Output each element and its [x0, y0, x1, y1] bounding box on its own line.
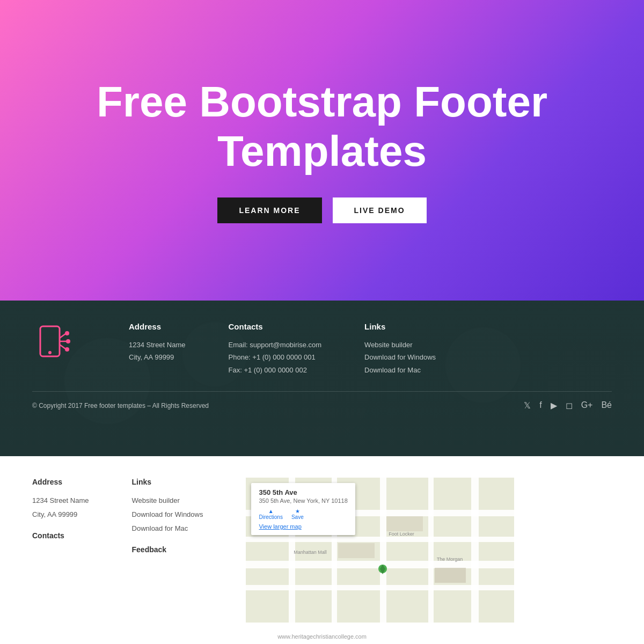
svg-line-2	[60, 334, 65, 338]
svg-rect-20	[386, 516, 423, 531]
save-button[interactable]: ★ Save	[291, 508, 304, 520]
footer-social: 𝕏 f ▶ ◻ G+ Bé	[524, 400, 612, 411]
footer-light-address-col: Address 1234 Street Name City, AA 99999 …	[32, 478, 89, 623]
map-actions: ▲ Directions ★ Save	[259, 508, 347, 520]
footer-copyright: © Copyright 2017 Free footer templates –…	[32, 402, 209, 409]
svg-text:Foot Locker: Foot Locker	[389, 531, 415, 537]
svg-text:The Morgan: The Morgan	[437, 557, 463, 562]
map-addr-title: 350 5th Ave	[259, 488, 347, 496]
hero-section: Free Bootstrap Footer Templates LEARN MO…	[0, 0, 644, 301]
footer-light-contacts-heading: Contacts	[32, 531, 89, 540]
footer-dark-link1[interactable]: Website builder	[364, 339, 436, 351]
footer-dark-links-heading: Links	[364, 322, 436, 331]
google-plus-icon[interactable]: G+	[581, 400, 593, 411]
svg-point-7	[65, 347, 69, 352]
footer-light-address-line1: 1234 Street Name	[32, 494, 89, 508]
directions-label: Directions	[259, 514, 282, 520]
directions-button[interactable]: ▲ Directions	[259, 508, 282, 520]
twitter-icon[interactable]: 𝕏	[524, 400, 531, 411]
footer-dark-phone: Phone: +1 (0) 000 0000 001	[229, 351, 322, 363]
footer-dark-bottom: © Copyright 2017 Free footer templates –…	[32, 391, 612, 411]
footer-dark-fax: Fax: +1 (0) 000 0000 002	[229, 364, 322, 376]
view-larger-map-link[interactable]: View larger map	[259, 523, 347, 530]
save-label: Save	[291, 514, 304, 520]
save-icon: ★	[295, 508, 300, 514]
footer-light-feedback-heading: Feedback	[132, 545, 203, 554]
footer-light-link1[interactable]: Website builder	[132, 494, 203, 508]
footer-dark-links-col: Links Website builder Download for Windo…	[364, 322, 436, 376]
footer-light-section: Address 1234 Street Name City, AA 99999 …	[0, 456, 644, 644]
hero-buttons: LEARN MORE LIVE DEMO	[217, 197, 426, 223]
map-addr-sub: 350 5th Ave, New York, NY 10118	[259, 497, 347, 504]
footer-light-links-col: Links Website builder Download for Windo…	[132, 478, 203, 623]
footer-light-address-heading: Address	[32, 478, 89, 486]
map-container[interactable]: Manhattan Mall Foot Locker The Morgan 35…	[246, 478, 514, 623]
svg-point-5	[65, 331, 69, 335]
svg-rect-19	[338, 543, 375, 558]
footer-dark-address-heading: Address	[129, 322, 186, 331]
footer-dark-address-line1: 1234 Street Name	[129, 339, 186, 351]
footer-light-address-line2: City, AA 99999	[32, 508, 89, 522]
svg-rect-15	[380, 478, 386, 623]
footer-dark-contacts-heading: Contacts	[229, 322, 322, 331]
svg-point-6	[66, 339, 70, 343]
hero-title: Free Bootstrap Footer Templates	[80, 77, 564, 176]
svg-point-1	[48, 351, 52, 354]
map-callout: 350 5th Ave 350 5th Ave, New York, NY 10…	[251, 483, 355, 535]
youtube-icon[interactable]: ▶	[551, 400, 557, 411]
instagram-icon[interactable]: ◻	[566, 400, 573, 411]
directions-icon: ▲	[268, 508, 274, 514]
website-url: www.heritagechristiancollege.com	[0, 633, 644, 640]
svg-rect-17	[471, 478, 479, 623]
footer-logo	[32, 322, 75, 367]
footer-dark-top: Address 1234 Street Name City, AA 99999 …	[32, 317, 612, 376]
svg-rect-21	[435, 568, 466, 583]
footer-light-links-heading: Links	[132, 478, 203, 486]
footer-dark-link2[interactable]: Download for Windows	[364, 351, 436, 363]
svg-rect-16	[428, 478, 434, 623]
svg-line-4	[60, 345, 65, 349]
footer-light-cols: Address 1234 Street Name City, AA 99999 …	[32, 478, 612, 623]
svg-text:Manhattan Mall: Manhattan Mall	[294, 550, 327, 555]
footer-light-link3[interactable]: Download for Mac	[132, 522, 203, 536]
learn-more-button[interactable]: LEARN MORE	[217, 197, 321, 223]
footer-light-link2[interactable]: Download for Windows	[132, 508, 203, 522]
facebook-icon[interactable]: f	[539, 400, 541, 411]
footer-dark-contacts-col: Contacts Email: support@mobirise.com Pho…	[229, 322, 322, 376]
footer-dark-section: Address 1234 Street Name City, AA 99999 …	[0, 301, 644, 456]
mobile-logo-icon	[32, 322, 75, 365]
behance-icon[interactable]: Bé	[601, 400, 612, 411]
footer-dark-address-line2: City, AA 99999	[129, 351, 186, 363]
live-demo-button[interactable]: LIVE DEMO	[333, 197, 427, 223]
footer-dark-address-col: Address 1234 Street Name City, AA 99999	[129, 322, 186, 364]
footer-dark-email: Email: support@mobirise.com	[229, 339, 322, 351]
footer-dark-link3[interactable]: Download for Mac	[364, 364, 436, 376]
